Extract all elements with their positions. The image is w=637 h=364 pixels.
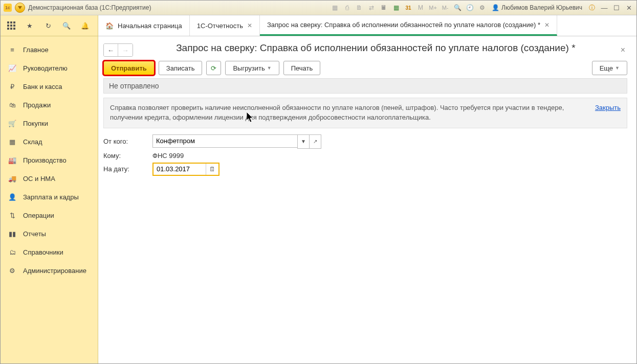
- sidebar-item-hr[interactable]: 👤Зарплата и кадры: [1, 188, 98, 206]
- calculator-icon[interactable]: 🖩: [379, 3, 388, 12]
- date-input[interactable]: [153, 164, 206, 175]
- notifications-icon[interactable]: 🔔: [79, 20, 91, 31]
- info-icon[interactable]: ⓘ: [587, 3, 597, 12]
- person-icon: 👤: [8, 192, 17, 201]
- date-field[interactable]: 🗓: [152, 163, 219, 176]
- info-panel: Справка позволяет проверить наличие неис…: [103, 98, 627, 128]
- document-icon[interactable]: 🗎: [355, 3, 364, 12]
- tab-request[interactable]: Запрос на сверку: Справка об исполнении …: [260, 15, 557, 36]
- page-title: Запрос на сверку: Справка об исполнении …: [137, 42, 614, 54]
- sidebar-item-label: Зарплата и кадры: [23, 193, 79, 201]
- sidebar-item-main[interactable]: ≡Главное: [1, 40, 98, 59]
- svg-rect-4: [10, 25, 12, 27]
- search-icon[interactable]: 🔍: [61, 20, 72, 31]
- sidebar-item-assets[interactable]: 🚚ОС и НМА: [1, 169, 98, 188]
- main-menu-toggle[interactable]: [15, 3, 25, 13]
- sidebar-item-label: Главное: [23, 46, 49, 54]
- toolbar: Отправить Записать ⟳ Выгрузить▼ Печать Е…: [103, 61, 627, 75]
- toolbar-icon[interactable]: ▦: [330, 3, 339, 12]
- mem-m-icon[interactable]: M: [416, 3, 425, 12]
- maximize-button[interactable]: ☐: [612, 3, 621, 12]
- sidebar-item-operations[interactable]: ⇅Операции: [1, 206, 98, 224]
- write-button[interactable]: Записать: [159, 61, 203, 75]
- sidebar-item-label: Банк и касса: [23, 83, 62, 90]
- page-close-button[interactable]: ×: [619, 46, 627, 55]
- chart-icon: 📈: [8, 63, 17, 73]
- apps-icon[interactable]: [6, 20, 17, 31]
- sidebar-top: ★ ↻ 🔍 🔔: [1, 15, 98, 36]
- tab-close-icon[interactable]: ✕: [247, 22, 252, 29]
- button-label: Отправить: [111, 64, 147, 72]
- current-user[interactable]: 👤 Любимов Валерий Юрьевич: [490, 4, 584, 11]
- home-tab-icon: 🏠: [105, 22, 114, 30]
- chevron-down-icon: ▼: [615, 65, 620, 71]
- tab-home[interactable]: 🏠 Начальная страница: [98, 15, 190, 36]
- operations-icon: ⇅: [8, 211, 17, 220]
- sidebar-item-sales[interactable]: 🛍Продажи: [1, 96, 98, 114]
- history-icon[interactable]: ↻: [42, 20, 54, 31]
- svg-rect-5: [13, 25, 15, 27]
- sidebar-item-reports[interactable]: ▮▮Отчеты: [1, 224, 98, 243]
- tab-label: 1С-Отчетность: [197, 22, 243, 30]
- print-button[interactable]: Печать: [283, 61, 321, 75]
- minimize-button[interactable]: —: [600, 3, 609, 12]
- from-combo[interactable]: ▼ ↗: [152, 134, 321, 149]
- sidebar-item-manager[interactable]: 📈Руководителю: [1, 59, 98, 77]
- svg-rect-3: [7, 25, 9, 27]
- mem-mminus-icon[interactable]: M-: [441, 3, 450, 12]
- window-title: Демонстрационная база (1С:Предприятие): [28, 4, 151, 11]
- ruble-icon: ₽: [8, 82, 17, 91]
- svg-rect-0: [7, 21, 9, 24]
- print-icon[interactable]: ⎙: [342, 3, 352, 12]
- compare-icon[interactable]: ⇄: [367, 3, 376, 12]
- sidebar-item-label: Производство: [23, 156, 67, 164]
- gear-icon: ⚙: [8, 266, 17, 275]
- button-label: Записать: [166, 64, 195, 72]
- sidebar-item-label: Администрирование: [23, 267, 86, 275]
- sidebar-item-production[interactable]: 🏭Производство: [1, 151, 98, 169]
- from-input[interactable]: [152, 134, 297, 148]
- factory-icon: 🏭: [8, 155, 17, 165]
- calendar-icon[interactable]: ▦: [391, 3, 401, 12]
- sidebar-item-label: Справочники: [23, 248, 63, 256]
- sidebar-item-stock[interactable]: ▦Склад: [1, 132, 98, 151]
- tab-reporting[interactable]: 1С-Отчетность ✕: [190, 15, 260, 36]
- refresh-icon: ⟳: [211, 64, 216, 72]
- mem-mplus-icon[interactable]: M+: [428, 3, 437, 12]
- date-icon[interactable]: 31: [404, 3, 413, 12]
- sidebar-item-admin[interactable]: ⚙Администрирование: [1, 261, 98, 280]
- button-label: Еще: [600, 64, 613, 72]
- more-button[interactable]: Еще ▼: [592, 61, 627, 75]
- sidebar-item-label: Склад: [23, 138, 42, 146]
- button-label: Печать: [291, 64, 313, 72]
- open-button[interactable]: ↗: [310, 134, 321, 149]
- chevron-down-icon: ▼: [267, 65, 272, 71]
- back-button[interactable]: ←: [104, 44, 118, 56]
- sidebar-item-label: ОС и НМА: [23, 175, 55, 183]
- tab-label: Запрос на сверку: Справка об исполнении …: [267, 21, 540, 29]
- settings-icon[interactable]: ⚙: [477, 3, 487, 12]
- favorites-icon[interactable]: ★: [24, 20, 35, 31]
- export-button[interactable]: Выгрузить▼: [225, 61, 279, 75]
- svg-rect-8: [13, 28, 15, 30]
- to-label: Кому:: [103, 152, 152, 160]
- cart-icon: 🛒: [8, 119, 17, 128]
- tab-close-icon[interactable]: ✕: [544, 21, 550, 29]
- close-window-button[interactable]: ✕: [624, 3, 633, 12]
- dropdown-button[interactable]: ▼: [297, 134, 310, 149]
- calendar-picker-icon[interactable]: 🗓: [206, 164, 218, 175]
- sidebar-item-bank[interactable]: ₽Банк и касса: [1, 77, 98, 96]
- sidebar-item-purchases[interactable]: 🛒Покупки: [1, 114, 98, 132]
- info-close-link[interactable]: Закрыть: [595, 103, 621, 113]
- clock-icon[interactable]: 🕘: [465, 3, 474, 12]
- nav-buttons: ← →: [103, 43, 133, 57]
- zoom-icon[interactable]: 🔍: [453, 3, 462, 12]
- tab-label: Начальная страница: [118, 22, 182, 30]
- refresh-button[interactable]: ⟳: [206, 61, 221, 75]
- sidebar-item-label: Продажи: [23, 101, 51, 109]
- user-name: Любимов Валерий Юрьевич: [501, 4, 582, 11]
- send-button[interactable]: Отправить: [103, 61, 155, 75]
- sidebar-item-catalogs[interactable]: 🗂Справочники: [1, 243, 98, 261]
- forward-button[interactable]: →: [118, 44, 133, 56]
- tabs: 🏠 Начальная страница 1С-Отчетность ✕ Зап…: [98, 15, 636, 36]
